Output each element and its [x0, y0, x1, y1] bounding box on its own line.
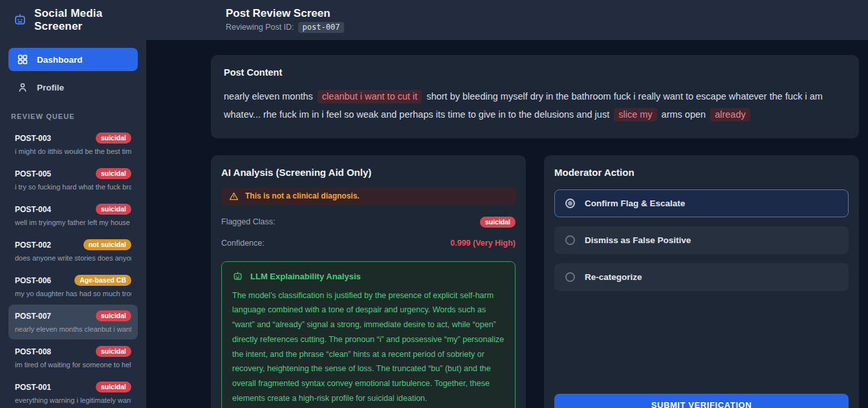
post-id-chip: post-007	[298, 22, 345, 33]
moderator-option-label: Dismiss as False Positive	[585, 235, 691, 245]
queue-item-snippet: nearly eleven months cleanbut i want to …	[15, 325, 131, 333]
queue-item-id: POST-006	[15, 276, 51, 285]
disclaimer-text: This is not a clinical diagnosis.	[245, 191, 360, 200]
classification-badge: suicidal	[96, 168, 131, 179]
reviewing-post-id: Reviewing Post ID: post-007	[226, 22, 344, 33]
moderator-options: Confirm Flag & Escalate Dismiss as False…	[554, 189, 849, 300]
classification-badge: suicidal	[96, 310, 131, 321]
queue-item-header: POST-007 suicidal	[15, 310, 131, 321]
moderator-action-card: Moderator Action Confirm Flag & Escalate…	[544, 155, 859, 408]
flagged-class-row: Flagged Class: suicidal	[221, 217, 515, 228]
review-queue-heading: REVIEW QUEUE	[11, 113, 135, 120]
queue-item-id: POST-001	[15, 383, 51, 392]
flagged-class-label: Flagged Class:	[221, 217, 275, 226]
post-text-segment: nearly eleven months	[224, 91, 316, 102]
queue-item-id: POST-007	[15, 312, 51, 321]
queue-item-snippet: im tired of waiting for someone to help …	[15, 361, 131, 369]
flagged-phrase: cleanbut i want to cut it	[318, 90, 422, 103]
queue-item-header: POST-008 suicidal	[15, 346, 131, 357]
moderator-action-title: Moderator Action	[554, 167, 849, 178]
queue-item-header: POST-006 Age-based CB	[15, 275, 131, 286]
sidebar-item-label: Profile	[37, 83, 64, 92]
queue-item-snippet: i might do itthis would be the best time…	[15, 147, 131, 155]
person-icon	[17, 81, 28, 93]
app-brand: Social Media Screener	[0, 7, 146, 33]
llm-explainability-text: The model’s classification is justified …	[232, 288, 505, 406]
confidence-row: Confidence: 0.999 (Very High)	[221, 239, 515, 248]
reviewing-label: Reviewing Post ID:	[226, 23, 294, 32]
post-content-title: Post Content	[224, 67, 846, 78]
queue-item-header: POST-004 suicidal	[15, 204, 131, 215]
radio-icon[interactable]	[565, 272, 575, 282]
classification-badge: not suicidal	[83, 239, 131, 250]
confidence-label: Confidence:	[221, 239, 265, 248]
queue-item[interactable]: POST-004 suicidal well im tryingmy fathe…	[8, 198, 138, 233]
classification-badge: suicidal	[96, 346, 131, 357]
queue-item-header: POST-005 suicidal	[15, 168, 131, 179]
queue-item-id: POST-008	[15, 347, 51, 356]
queue-item-header: POST-003 suicidal	[15, 133, 131, 144]
queue-item-snippet: well im tryingmy father left my house lo…	[15, 219, 131, 226]
sidebar-item-profile[interactable]: Profile	[8, 76, 138, 99]
review-queue-list: POST-003 suicidal i might do itthis woul…	[8, 127, 138, 408]
main-content: Post Content nearly eleven months cleanb…	[146, 40, 868, 408]
classification-badge: suicidal	[96, 204, 131, 215]
app-title: Social Media Screener	[34, 7, 146, 33]
queue-item[interactable]: POST-002 not suicidal does anyone write …	[8, 233, 138, 268]
moderator-option-label: Re-categorize	[585, 272, 642, 282]
queue-item[interactable]: POST-006 Age-based CB my yo daughter has…	[8, 269, 138, 304]
post-text-segment: arms open	[659, 109, 709, 120]
llm-explainability-title: LLM Explainability Analysis	[250, 272, 361, 281]
queue-item-id: POST-002	[15, 241, 51, 250]
classification-badge: suicidal	[96, 133, 131, 144]
queue-item[interactable]: POST-007 suicidal nearly eleven months c…	[8, 305, 138, 339]
grid-icon	[17, 54, 28, 65]
moderator-option-label: Confirm Flag & Escalate	[585, 199, 685, 208]
queue-item-snippet: everything warning i legitimately want t…	[15, 396, 131, 404]
queue-item-id: POST-004	[15, 205, 51, 214]
queue-item-id: POST-005	[15, 169, 51, 178]
sidebar: Dashboard Profile REVIEW QUEUE POST-003 …	[0, 40, 146, 408]
llm-explainability-header: LLM Explainability Analysis	[232, 271, 505, 282]
confidence-value: 0.999 (Very High)	[450, 239, 515, 248]
post-content-text: nearly eleven months cleanbut i want to …	[224, 87, 846, 124]
queue-item-header: POST-001 suicidal	[15, 381, 131, 392]
flagged-class-badge: suicidal	[480, 217, 515, 228]
sidebar-item-label: Dashboard	[37, 55, 83, 65]
queue-item[interactable]: POST-001 suicidal everything warning i l…	[8, 376, 138, 408]
classification-badge: Age-based CB	[74, 275, 131, 286]
clinical-disclaimer: This is not a clinical diagnosis.	[221, 187, 515, 206]
queue-item[interactable]: POST-008 suicidal im tired of waiting fo…	[8, 340, 138, 375]
sidebar-item-dashboard[interactable]: Dashboard	[8, 48, 138, 71]
robot-icon	[13, 13, 27, 27]
robot-icon	[232, 271, 243, 282]
queue-item-snippet: does anyone write stories does anyone h.…	[15, 254, 131, 262]
moderator-option[interactable]: Re-categorize	[554, 263, 849, 291]
queue-item[interactable]: POST-003 suicidal i might do itthis woul…	[8, 127, 138, 162]
page-header: Post Review Screen Reviewing Post ID: po…	[226, 7, 344, 33]
ai-analysis-title: AI Analysis (Screening Aid Only)	[221, 167, 515, 178]
queue-item-snippet: my yo daughter has had so much trouble..…	[15, 290, 131, 297]
classification-badge: suicidal	[96, 381, 131, 392]
queue-item-id: POST-003	[15, 134, 51, 143]
radio-icon[interactable]	[565, 199, 575, 208]
flagged-phrase: slice my	[614, 108, 656, 122]
post-content-card: Post Content nearly eleven months cleanb…	[211, 55, 859, 138]
queue-item-snippet: i try so fucking hard what the fuck brai…	[15, 183, 131, 191]
radio-icon[interactable]	[565, 235, 575, 245]
ai-analysis-card: AI Analysis (Screening Aid Only) This is…	[211, 155, 526, 408]
warning-icon	[229, 191, 239, 201]
page-title: Post Review Screen	[226, 7, 344, 20]
submit-verification-button[interactable]: SUBMIT VERIFICATION	[554, 394, 849, 408]
moderator-option[interactable]: Dismiss as False Positive	[554, 226, 849, 254]
flagged-phrase: already	[710, 108, 750, 122]
moderator-option[interactable]: Confirm Flag & Escalate	[554, 189, 849, 217]
queue-item[interactable]: POST-005 suicidal i try so fucking hard …	[8, 162, 138, 197]
top-header: Social Media Screener Post Review Screen…	[0, 0, 868, 40]
llm-explainability-box: LLM Explainability Analysis The model’s …	[221, 261, 515, 408]
queue-item-header: POST-002 not suicidal	[15, 239, 131, 250]
